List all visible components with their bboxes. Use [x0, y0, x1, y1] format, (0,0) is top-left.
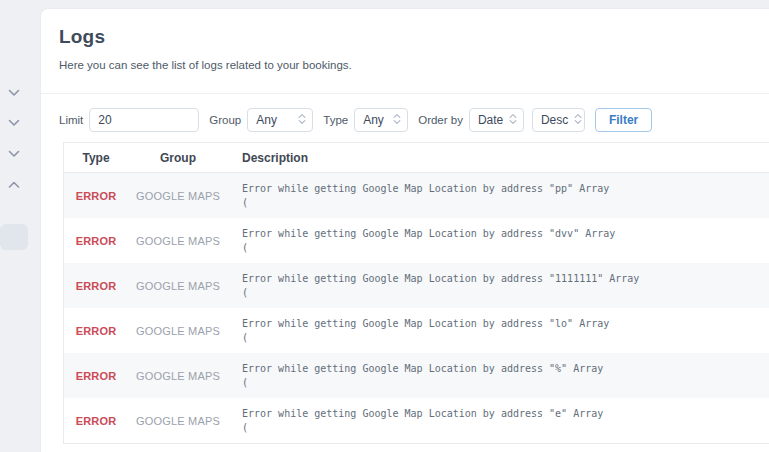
group-label: Group [209, 114, 241, 126]
table-row: ERROR GOOGLE MAPS Error while getting Go… [64, 263, 769, 308]
log-group: GOOGLE MAPS [128, 415, 228, 427]
table-row: ERROR GOOGLE MAPS Error while getting Go… [64, 173, 769, 218]
log-group: GOOGLE MAPS [128, 280, 228, 292]
page-subtitle: Here you can see the list of logs relate… [59, 59, 747, 71]
unfold-icon [393, 113, 401, 128]
log-group: GOOGLE MAPS [128, 190, 228, 202]
unfold-icon [298, 113, 306, 128]
column-header-description: Description [228, 151, 769, 165]
order-direction-select[interactable]: Desc [532, 108, 585, 132]
order-by-label: Order by [418, 114, 463, 126]
page-title: Logs [59, 26, 747, 48]
card-header: Logs Here you can see the list of logs r… [41, 9, 769, 94]
log-description: Error while getting Google Map Location … [228, 272, 769, 300]
sidebar-selected-item[interactable] [0, 224, 28, 250]
type-label: Type [323, 114, 348, 126]
log-type: ERROR [64, 415, 128, 427]
table-header-row: Type Group Description [64, 143, 769, 173]
order-field-value: Date [478, 113, 503, 127]
log-type: ERROR [64, 190, 128, 202]
unfold-icon [509, 113, 517, 128]
group-select-value: Any [256, 113, 277, 127]
log-description: Error while getting Google Map Location … [228, 407, 769, 435]
log-description: Error while getting Google Map Location … [228, 362, 769, 390]
type-select[interactable]: Any [354, 108, 408, 132]
table-row: ERROR GOOGLE MAPS Error while getting Go… [64, 308, 769, 353]
table-row: ERROR GOOGLE MAPS Error while getting Go… [64, 353, 769, 398]
chevron-down-icon[interactable] [8, 150, 20, 158]
order-field-select[interactable]: Date [469, 108, 524, 132]
limit-input[interactable] [89, 108, 199, 132]
order-direction-value: Desc [541, 113, 568, 127]
filter-bar: Limit Group Any Type Any Order by Date D… [41, 94, 769, 132]
log-type: ERROR [64, 235, 128, 247]
column-header-group: Group [128, 151, 228, 165]
group-select[interactable]: Any [247, 108, 313, 132]
table-row: ERROR GOOGLE MAPS Error while getting Go… [64, 398, 769, 443]
type-select-value: Any [363, 113, 384, 127]
log-group: GOOGLE MAPS [128, 235, 228, 247]
logs-table: Type Group Description ERROR GOOGLE MAPS… [63, 142, 769, 444]
chevron-down-icon[interactable] [8, 89, 20, 97]
logs-card: Logs Here you can see the list of logs r… [40, 8, 769, 452]
log-group: GOOGLE MAPS [128, 325, 228, 337]
log-description: Error while getting Google Map Location … [228, 182, 769, 210]
log-type: ERROR [64, 370, 128, 382]
column-header-type: Type [64, 151, 128, 165]
unfold-icon [574, 113, 582, 128]
chevron-up-icon[interactable] [8, 181, 20, 189]
log-description: Error while getting Google Map Location … [228, 317, 769, 345]
log-description: Error while getting Google Map Location … [228, 227, 769, 255]
table-row: ERROR GOOGLE MAPS Error while getting Go… [64, 218, 769, 263]
log-type: ERROR [64, 325, 128, 337]
sidebar [0, 0, 38, 447]
log-group: GOOGLE MAPS [128, 370, 228, 382]
log-type: ERROR [64, 280, 128, 292]
chevron-down-icon[interactable] [8, 119, 20, 127]
limit-label: Limit [59, 114, 83, 126]
filter-button[interactable]: Filter [595, 108, 652, 132]
